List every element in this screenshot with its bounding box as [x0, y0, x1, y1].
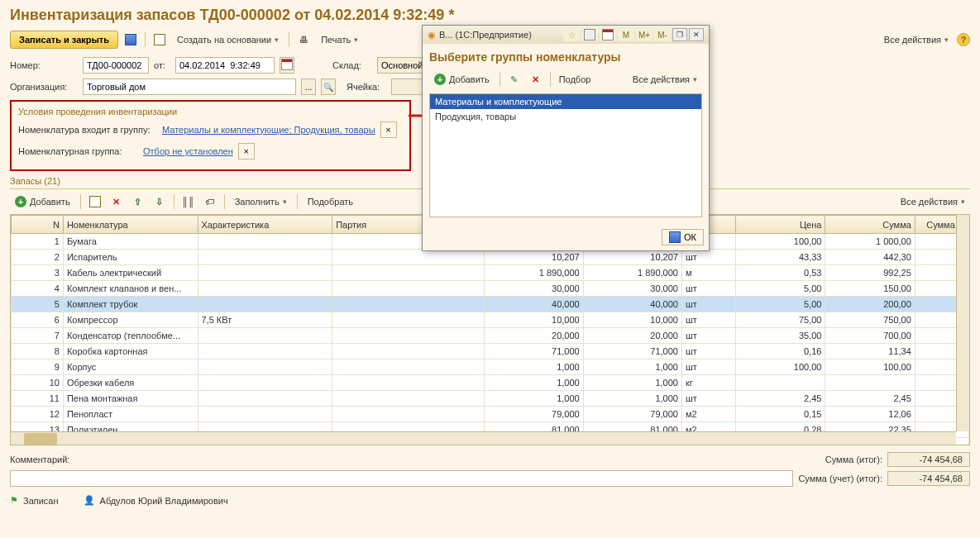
status-saved: Записан	[23, 496, 59, 506]
v-scrollbar[interactable]	[956, 215, 969, 431]
ok-button[interactable]: ОК	[662, 229, 704, 245]
sum-total-label: Сумма (итог):	[825, 455, 882, 464]
list-item[interactable]: Продукция, товары	[430, 109, 701, 124]
favorite-icon[interactable]: ☆	[563, 28, 580, 41]
dialog-select-button[interactable]: Подбор	[556, 73, 595, 86]
move-down-icon[interactable]: ⇩	[151, 193, 169, 211]
status-user: Абдулов Юрий Владимирович	[100, 496, 228, 506]
m-plus-icon[interactable]: M+	[636, 28, 653, 41]
table-row[interactable]: 7Конденсатор (теплообме...20,00020,000шт…	[12, 328, 969, 344]
nom-group-link[interactable]: Отбор не установлен	[143, 146, 233, 156]
sum-acct-value: -74 454,68	[887, 471, 970, 486]
conditions-title: Условия проведения инвентаризации	[18, 107, 403, 117]
dialog-delete-icon[interactable]: ✕	[527, 70, 545, 88]
number-input[interactable]	[83, 57, 149, 74]
flag-icon: ⚑	[10, 495, 18, 506]
restore-icon[interactable]: ❐	[672, 28, 687, 41]
from-label: от:	[154, 60, 170, 70]
table-row[interactable]: 9Корпус1,0001,000шт100,00100,00	[12, 359, 969, 375]
select-button[interactable]: Подобрать	[303, 194, 358, 209]
warehouse-label: Склад:	[332, 60, 372, 70]
col-n[interactable]: N	[12, 216, 64, 234]
create-based-button[interactable]: Создать на основании	[172, 32, 284, 47]
m-icon[interactable]: M	[618, 28, 634, 41]
calendar-icon[interactable]	[600, 28, 616, 41]
barcode-icon[interactable]: ║║	[179, 193, 198, 211]
nom-in-group-clear-button[interactable]: ×	[380, 121, 397, 138]
h-scrollbar[interactable]	[11, 431, 956, 445]
edit-icon[interactable]: ✎	[505, 70, 523, 88]
col-char[interactable]: Характеристика	[198, 216, 332, 234]
comment-input[interactable]	[10, 470, 793, 487]
nom-group-clear-button[interactable]: ×	[238, 143, 255, 159]
table-row[interactable]: 12Пенопласт79,00079,000м20,1512,06	[12, 407, 969, 422]
add-row-button[interactable]: +Добавить	[10, 194, 75, 209]
number-label: Номер:	[10, 60, 78, 70]
dialog-add-button[interactable]: +Добавить	[429, 72, 495, 87]
print-button[interactable]: Печать	[316, 32, 363, 47]
table-row[interactable]: 2Испаритель10,20710,207шт43,33442,30	[12, 250, 969, 265]
org-open-button[interactable]: 🔍	[321, 79, 336, 95]
close-icon[interactable]: ✕	[689, 28, 704, 41]
table-row[interactable]: 5Комплект трубок40,00040,000шт5,00200,00	[12, 297, 969, 312]
tag-icon[interactable]: 🏷	[201, 193, 219, 211]
page-title: Инвентаризация запасов ТД00-000002 от 04…	[10, 7, 970, 24]
table-row[interactable]: 6Компрессор7,5 КВт10,00010,000шт75,00750…	[12, 312, 969, 328]
calendar-icon[interactable]	[280, 57, 294, 74]
m-minus-icon[interactable]: M-	[654, 28, 671, 41]
cell-label: Ячейка:	[347, 82, 386, 92]
help-icon[interactable]: ?	[957, 33, 970, 46]
dialog-list[interactable]: Материалы и комплектующие Продукция, тов…	[429, 93, 702, 217]
table-row[interactable]: 11Пена монтажная1,0001,000шт2,452,45	[12, 391, 969, 407]
table-row[interactable]: 3Кабель электрический1 890,0001 890,000м…	[12, 265, 969, 281]
copy-icon[interactable]	[151, 31, 169, 49]
table-all-actions-button[interactable]: Все действия	[896, 194, 970, 209]
col-sum[interactable]: Сумма	[825, 216, 915, 234]
person-icon: 👤	[84, 495, 95, 506]
nom-in-group-label: Номенклатура входит в группу:	[18, 125, 157, 135]
nom-group-label: Номенклатурная группа:	[18, 146, 138, 156]
sum-total-value: -74 454,68	[887, 452, 970, 467]
date-input[interactable]	[175, 57, 275, 74]
all-actions-button[interactable]: Все действия	[879, 32, 954, 47]
dialog-titlebar-text: В... (1С:Предприятие)	[439, 30, 532, 40]
table-row[interactable]: 4Комплект клапанов и вен...30,00030,000ш…	[12, 281, 969, 297]
copy-row-icon[interactable]	[86, 193, 104, 211]
dialog-heading: Выберите группы номенклатуры	[429, 50, 702, 64]
save-icon[interactable]	[122, 31, 140, 49]
dialog-titlebar[interactable]: ◉ В... (1С:Предприятие) ☆ M M+ M- ❐ ✕	[423, 26, 709, 44]
list-item[interactable]: Материалы и комплектующие	[430, 94, 701, 109]
sum-acct-label: Сумма (учет) (итог):	[798, 474, 882, 483]
nom-in-group-link[interactable]: Материалы и комплектующие; Продукция, то…	[162, 125, 375, 135]
move-up-icon[interactable]: ⇧	[129, 193, 147, 211]
print-icon[interactable]: 🖶	[294, 31, 313, 49]
org-input[interactable]	[83, 79, 296, 95]
dialog-all-actions-button[interactable]: Все действия	[628, 72, 702, 87]
fill-button[interactable]: Заполнить	[230, 194, 292, 209]
save-close-button[interactable]: Записать и закрыть	[10, 31, 118, 49]
comment-label: Комментарий:	[10, 455, 69, 464]
org-label: Организация:	[10, 82, 78, 92]
table-row[interactable]: 10Обрезки кабеля1,0001,000кг	[12, 375, 969, 391]
org-dots-button[interactable]: ...	[301, 79, 316, 95]
col-nom[interactable]: Номенклатура	[63, 216, 198, 234]
calc-icon[interactable]	[581, 28, 598, 41]
table-row[interactable]: 8Коробка картонная71,00071,000шт0,1611,3…	[12, 344, 969, 359]
conditions-groupbox: Условия проведения инвентаризации Номенк…	[10, 100, 411, 171]
col-price[interactable]: Цена	[736, 216, 825, 234]
select-groups-dialog: ◉ В... (1С:Предприятие) ☆ M M+ M- ❐ ✕ Вы…	[422, 25, 710, 251]
delete-row-icon[interactable]: ✕	[108, 193, 126, 211]
